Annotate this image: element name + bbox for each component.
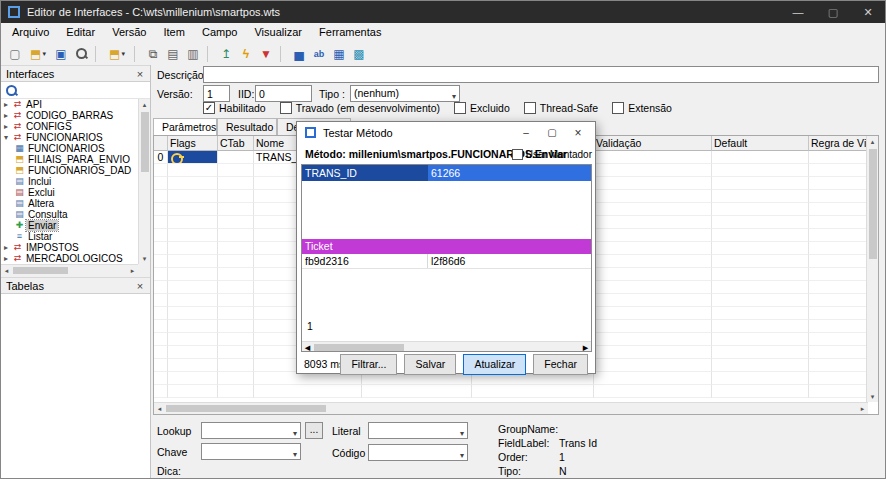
dialog-close-button[interactable]: × (565, 122, 591, 144)
menu-ferramentas[interactable]: Ferramentas (312, 23, 388, 41)
dialog-horizontal-scrollbar[interactable]: ◂ ▸ (302, 341, 591, 352)
grid-column-header[interactable]: Flags (168, 136, 218, 151)
grid-cell[interactable] (168, 190, 218, 203)
grid-cell[interactable] (809, 255, 868, 268)
letters-icon[interactable]: ab (309, 45, 329, 63)
tab-parametros[interactable]: Parâmetros (153, 118, 217, 135)
scroll-up-icon[interactable]: ▴ (867, 136, 878, 147)
grid-cell[interactable] (712, 320, 809, 333)
paste-icon[interactable]: ▤ (163, 45, 183, 63)
scroll-left-icon[interactable]: ◂ (154, 403, 165, 414)
tree-item-configs[interactable]: ▸ ⇄ CONFIGS (1, 121, 138, 132)
grid-cell[interactable] (254, 385, 362, 398)
grid-cell[interactable] (809, 268, 868, 281)
grid-cell[interactable] (154, 164, 168, 177)
grid-cell[interactable] (594, 385, 712, 398)
grid-cell[interactable] (362, 385, 472, 398)
grid-cell[interactable] (168, 164, 218, 177)
ticket-value-cell[interactable]: l2f86d6 (428, 254, 591, 268)
grid-cell[interactable]: 0 (154, 151, 168, 164)
grid-cell[interactable] (218, 385, 254, 398)
table-icon[interactable]: ▦ (329, 45, 349, 63)
scroll-down-icon[interactable]: ▾ (867, 391, 878, 402)
checkbox-extensao[interactable]: Extensão (612, 102, 672, 114)
grid-cell[interactable] (809, 333, 868, 346)
chevron-right-icon[interactable]: ▸ (1, 121, 11, 132)
menu-visualizar[interactable]: Visualizar (247, 23, 309, 41)
grid-column-header[interactable]: CTab (218, 136, 254, 151)
scroll-thumb[interactable] (314, 344, 404, 351)
close-button[interactable]: ✕ (851, 1, 885, 23)
grid-cell[interactable] (218, 177, 254, 190)
grid-cell[interactable] (168, 151, 218, 164)
grid-cell[interactable] (712, 281, 809, 294)
menu-editar[interactable]: Editar (59, 23, 102, 41)
grid-cell[interactable] (712, 242, 809, 255)
grid-cell[interactable] (594, 294, 712, 307)
lookup-combo[interactable]: ▾ (201, 422, 301, 439)
grid-cell[interactable] (154, 372, 168, 385)
grid-cell[interactable] (809, 385, 868, 398)
iid-input[interactable] (255, 85, 312, 102)
grid-cell[interactable] (154, 203, 168, 216)
folder-icon[interactable]: ⬒▾ (104, 45, 130, 63)
tree-item-funcionarios-dad[interactable]: ⬒ FUNCIONARIOS_DAD (1, 165, 138, 176)
grid-cell[interactable] (809, 151, 868, 164)
grid-cell[interactable] (712, 385, 809, 398)
open-file-icon[interactable]: ⬒▾ (25, 45, 51, 63)
new-file-icon[interactable]: ▢ (5, 45, 25, 63)
grid-cell[interactable] (154, 229, 168, 242)
grid-cell[interactable] (168, 242, 218, 255)
grid-cell[interactable] (809, 229, 868, 242)
grid-cell[interactable] (712, 333, 809, 346)
grid-cell[interactable] (154, 190, 168, 203)
grid-cell[interactable] (594, 242, 712, 255)
menu-item[interactable]: Item (156, 23, 191, 41)
tree-item-codigo-barras[interactable]: ▸ ⇄ CODIGO_BARRAS (1, 110, 138, 121)
grid-cell[interactable] (594, 216, 712, 229)
scroll-left-icon[interactable]: ◂ (302, 342, 313, 352)
grid-cell[interactable] (154, 346, 168, 359)
grid-cell[interactable] (168, 346, 218, 359)
maximize-button[interactable]: ▢ (816, 1, 850, 23)
grid-cell[interactable] (218, 268, 254, 281)
scroll-thumb[interactable] (869, 149, 877, 259)
grid-cell[interactable] (154, 294, 168, 307)
chart-icon[interactable]: ▅ (289, 45, 309, 63)
grid-cell[interactable] (809, 190, 868, 203)
grid-column-header[interactable]: Regra de Visibilidade (809, 136, 868, 151)
grid-cell[interactable] (218, 320, 254, 333)
param-name-cell[interactable]: TRANS_ID (302, 165, 428, 181)
checkbox-thread-safe[interactable]: Thread-Safe (524, 102, 598, 114)
tab-resultado[interactable]: Resultado (217, 118, 277, 135)
tree-vertical-scrollbar[interactable]: ▴ ▾ (138, 99, 150, 264)
grid-cell[interactable] (712, 151, 809, 164)
tree-item-enviar[interactable]: ✚ Enviar (1, 220, 138, 231)
grid-cell[interactable] (168, 307, 218, 320)
grid-cell[interactable] (218, 216, 254, 229)
grid-cell[interactable] (168, 320, 218, 333)
grid-cell[interactable] (712, 229, 809, 242)
tree-item-altera[interactable]: ▤ Altera (1, 198, 138, 209)
filtrar-button[interactable]: Filtrar... (340, 354, 397, 375)
grid-cell[interactable] (218, 229, 254, 242)
grid-icon[interactable]: ▩ (349, 45, 369, 63)
grid-cell[interactable] (154, 216, 168, 229)
tree-item-filiais-para-envio[interactable]: ⬒ FILIAIS_PARA_ENVIO (1, 154, 138, 165)
grid-cell[interactable] (154, 268, 168, 281)
grid-cell[interactable] (712, 255, 809, 268)
tree-item-funcionarios[interactable]: ▾ ⇄ FUNCIONARIOS (1, 132, 138, 143)
grid-cell[interactable] (809, 372, 868, 385)
checkbox-excluido[interactable]: Excluido (454, 102, 510, 114)
grid-cell[interactable] (712, 164, 809, 177)
grid-cell[interactable] (594, 359, 712, 372)
grid-cell[interactable] (154, 385, 168, 398)
grid-cell[interactable] (594, 307, 712, 320)
scroll-left-icon[interactable]: ◂ (1, 265, 12, 276)
grid-cell[interactable] (809, 359, 868, 372)
grid-cell[interactable] (594, 255, 712, 268)
lookup-more-button[interactable]: ... (305, 422, 323, 439)
grid-cell[interactable] (712, 268, 809, 281)
grid-cell[interactable] (594, 177, 712, 190)
dialog-minimize-button[interactable]: – (513, 122, 539, 144)
